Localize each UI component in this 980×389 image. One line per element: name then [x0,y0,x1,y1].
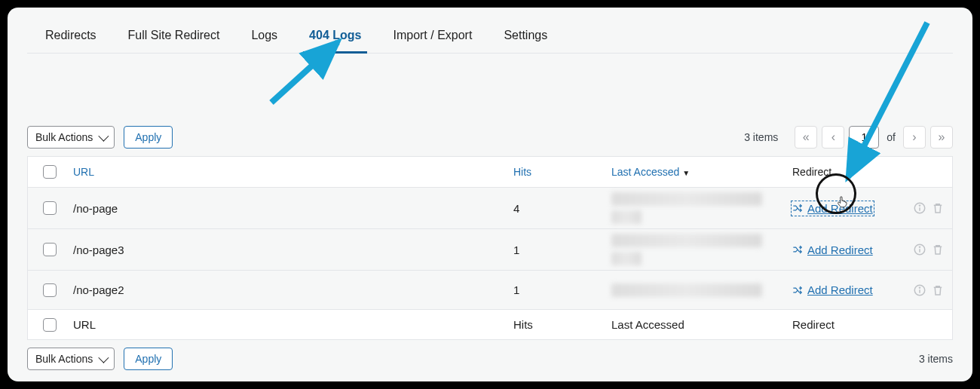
top-actionbar: Bulk Actions Apply 3 items « ‹ of › » [27,126,953,149]
chevron-down-icon [99,131,109,142]
items-count-bottom: 3 items [919,353,953,365]
tab-full-site-redirect[interactable]: Full Site Redirect [127,24,222,53]
add-redirect-label: Add Redirect [807,244,873,256]
row-hits: 1 [513,283,519,296]
table-row: /no-page2 1 Add Redirect [28,270,952,309]
page-of-label: of [884,131,899,143]
add-redirect-label: Add Redirect [807,202,873,215]
redacted-text [611,283,762,297]
tab-redirects[interactable]: Redirects [44,24,98,53]
bottom-actionbar: Bulk Actions Apply 3 items [27,348,953,370]
add-redirect-link[interactable]: Add Redirect [792,244,873,256]
foot-last: Last Accessed [611,318,684,331]
tab-label: Logs [251,29,277,41]
logs-panel: Redirects Full Site Redirect Logs 404 Lo… [8,8,972,381]
foot-redirect: Redirect [792,318,835,331]
add-redirect-label: Add Redirect [807,283,873,296]
shuffle-icon [792,285,803,296]
add-redirect-link[interactable]: Add Redirect [792,202,873,215]
row-url: /no-page [73,202,118,215]
tab-label: Redirects [45,29,96,41]
add-redirect-link[interactable]: Add Redirect [792,283,873,296]
row-checkbox[interactable] [43,201,57,215]
shuffle-icon [792,244,803,255]
tab-label: 404 Logs [309,29,361,41]
select-all-checkbox-bottom[interactable] [43,318,57,332]
apply-button[interactable]: Apply [124,126,173,149]
row-hits: 4 [513,202,519,215]
bulk-actions-select-bottom[interactable]: Bulk Actions [27,348,115,370]
bulk-actions-label: Bulk Actions [35,353,93,365]
tab-import-export[interactable]: Import / Export [391,24,473,53]
foot-hits: Hits [513,318,533,331]
shuffle-icon [792,203,803,213]
table-footer-row: URL Hits Last Accessed Redirect [28,309,952,339]
tab-404-logs[interactable]: 404 Logs [308,24,363,53]
info-icon[interactable] [913,201,926,215]
table-row: /no-page3 1 Add Redirect [28,228,952,270]
info-icon[interactable] [913,243,926,256]
row-url: /no-page2 [73,283,124,296]
row-checkbox[interactable] [43,243,57,256]
tab-label: Settings [504,29,547,41]
bulk-actions-label: Bulk Actions [35,131,93,143]
row-url: /no-page3 [73,244,124,256]
items-count: 3 items [744,131,778,143]
table-header-row: URL Hits Last Accessed▼ Redirect [28,157,952,187]
col-redirect: Redirect [792,166,831,178]
pager: « ‹ of › » [795,126,953,149]
trash-icon[interactable] [931,243,945,256]
tab-logs[interactable]: Logs [250,24,279,53]
foot-url: URL [73,318,96,331]
tabs-bar: Redirects Full Site Redirect Logs 404 Lo… [27,18,953,54]
bulk-actions-select[interactable]: Bulk Actions [27,126,115,149]
last-page-button[interactable]: » [930,126,953,149]
col-url[interactable]: URL [73,166,94,178]
tab-settings[interactable]: Settings [502,24,549,53]
table-row: /no-page 4 Add Redirect [28,187,952,228]
redacted-text [611,234,762,247]
col-last-accessed[interactable]: Last Accessed▼ [611,166,690,178]
page-input[interactable] [849,126,879,149]
redacted-text [611,192,762,206]
info-icon[interactable] [913,283,926,297]
first-page-button[interactable]: « [795,126,817,149]
apply-button-bottom[interactable]: Apply [124,348,173,370]
sort-desc-icon: ▼ [682,169,690,177]
chevron-down-icon [99,353,109,363]
trash-icon[interactable] [931,283,945,297]
redacted-text [611,210,642,224]
svg-point-5 [919,247,920,248]
redacted-text [611,252,642,265]
prev-page-button[interactable]: ‹ [822,126,844,149]
svg-point-8 [919,286,920,288]
next-page-button[interactable]: › [903,126,926,149]
tab-label: Full Site Redirect [128,29,220,41]
row-checkbox[interactable] [43,283,57,297]
col-hits[interactable]: Hits [513,166,531,178]
svg-point-2 [919,205,920,207]
logs-table: URL Hits Last Accessed▼ Redirect /no-pag… [27,156,953,340]
trash-icon[interactable] [931,201,945,215]
select-all-checkbox[interactable] [43,165,57,179]
row-hits: 1 [513,244,519,256]
tab-label: Import / Export [393,29,472,41]
